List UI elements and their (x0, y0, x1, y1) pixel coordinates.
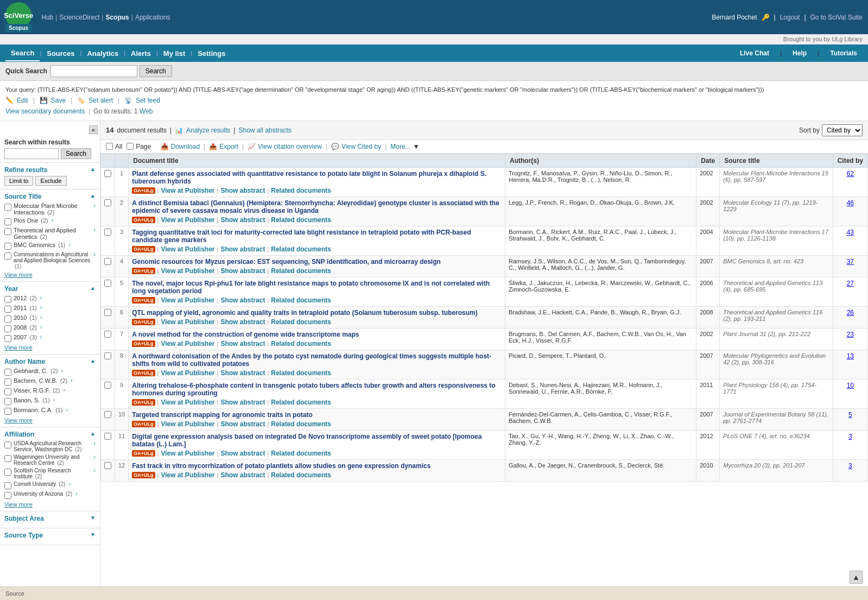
show-all-abstracts-link[interactable]: Show all abstracts (238, 127, 291, 134)
nav-alerts[interactable]: Alerts (125, 46, 156, 61)
source-view-more[interactable]: View more (4, 271, 96, 278)
doc-link[interactable]: View at Publisher (161, 318, 214, 326)
cited-count-link[interactable]: 10 (847, 382, 854, 389)
year-2010[interactable] (4, 315, 11, 323)
scival-link[interactable]: Go to SciVal Suite (810, 14, 863, 21)
doc-link[interactable]: Show abstract (220, 471, 265, 479)
search-within-input[interactable] (4, 148, 59, 159)
filter-checkbox-plos[interactable] (4, 218, 11, 225)
row-checkbox[interactable] (104, 382, 111, 389)
doc-link[interactable]: Related documents (271, 340, 331, 348)
cited-count-link[interactable]: 27 (847, 280, 854, 287)
save-link[interactable]: Save (51, 97, 66, 104)
limit-to-button[interactable]: Limit to (4, 176, 33, 186)
filter-arrow[interactable]: › (40, 295, 42, 301)
filter-arrow[interactable]: › (94, 454, 96, 460)
doc-title-link[interactable]: Genomic resources for Myzus persicae: ES… (132, 258, 441, 266)
author-bormann[interactable] (4, 408, 11, 415)
doc-title-link[interactable]: QTL mapping of yield, agronomic and qual… (132, 309, 477, 317)
row-checkbox[interactable] (104, 258, 111, 265)
filter-checkbox-mpm[interactable] (4, 204, 11, 211)
filter-arrow[interactable]: › (68, 481, 70, 487)
row-checkbox[interactable] (104, 352, 111, 359)
affil-arizona[interactable] (4, 492, 11, 499)
filter-checkbox-tag[interactable] (4, 228, 11, 235)
doc-link[interactable]: View at Publisher (161, 450, 214, 457)
quick-search-button[interactable]: Search (140, 65, 172, 77)
filter-arrow[interactable]: › (94, 203, 96, 209)
filter-arrow[interactable]: › (40, 324, 42, 330)
doc-link[interactable]: Show abstract (220, 245, 265, 253)
cited-count-link[interactable]: 5 (848, 411, 852, 419)
doc-title-link[interactable]: A distinct Bemisia tabaci (Gennaius) (He… (132, 199, 499, 214)
source-type-chevron[interactable]: ▼ (90, 532, 96, 539)
cited-count-link[interactable]: 13 (847, 352, 854, 360)
doc-link[interactable]: Show abstract (220, 267, 265, 275)
doc-link[interactable]: Related documents (271, 450, 331, 457)
analyze-results-link[interactable]: Analyze results (186, 127, 230, 134)
filter-arrow[interactable]: › (66, 407, 68, 413)
doc-title-link[interactable]: Digital gene expression analysis based o… (132, 433, 481, 448)
secondary-docs-link[interactable]: View secondary documents (5, 108, 85, 115)
source-title-chevron[interactable]: ▲ (90, 193, 96, 200)
doc-link[interactable]: Show abstract (220, 450, 265, 457)
nav-sources[interactable]: Sources (41, 46, 80, 61)
row-checkbox[interactable] (104, 433, 111, 440)
cited-count-link[interactable]: 62 (847, 170, 854, 178)
edit-link[interactable]: Edit (17, 97, 28, 104)
filter-arrow[interactable]: › (40, 314, 42, 320)
doc-title-link[interactable]: A northward colonisation of the Andes by… (132, 352, 491, 368)
affil-usda[interactable] (4, 441, 11, 449)
row-checkbox[interactable] (104, 199, 111, 206)
tutorials-link[interactable]: Tutorials (825, 46, 863, 60)
doc-link[interactable]: View at Publisher (161, 471, 214, 479)
filter-arrow[interactable]: › (40, 334, 42, 340)
doc-link[interactable]: Show abstract (220, 369, 265, 377)
doc-link[interactable]: Related documents (271, 471, 331, 479)
set-alert-link[interactable]: Set alert (88, 97, 113, 104)
doc-link[interactable]: Related documents (271, 420, 331, 428)
author-gebhardt[interactable] (4, 369, 11, 376)
doc-title-link[interactable]: Fast track in vitro mycorrhization of po… (132, 462, 430, 470)
filter-arrow[interactable]: › (52, 217, 53, 223)
cited-count-link[interactable]: 26 (847, 309, 854, 317)
doc-link[interactable]: Related documents (271, 187, 331, 194)
doc-link[interactable]: Related documents (271, 369, 331, 377)
subject-chevron[interactable]: ▼ (90, 515, 96, 522)
row-checkbox[interactable] (104, 229, 111, 236)
doc-link[interactable]: View at Publisher (161, 187, 214, 194)
cited-count-link[interactable]: 37 (847, 258, 854, 266)
refine-chevron[interactable]: ▲ (90, 166, 96, 174)
year-2012[interactable] (4, 296, 11, 303)
filter-arrow[interactable]: › (69, 242, 71, 248)
more-button[interactable]: More... (390, 143, 410, 150)
affiliation-chevron[interactable]: ▲ (90, 431, 96, 438)
doc-title-link[interactable]: Targeted transcript mapping for agronomi… (132, 411, 312, 419)
doc-link[interactable]: View at Publisher (161, 296, 214, 304)
year-2011[interactable] (4, 306, 11, 313)
doc-title-link[interactable]: The novel, major locus Rpi-phu1 for late… (132, 280, 490, 295)
set-feed-link[interactable]: Set feed (136, 97, 160, 104)
affil-cornell[interactable] (4, 482, 11, 489)
year-chevron[interactable]: ▲ (90, 285, 96, 293)
cited-count-link[interactable]: 43 (847, 229, 854, 236)
scopus-link[interactable]: Scopus (105, 14, 129, 21)
row-checkbox[interactable] (104, 309, 111, 316)
filter-arrow[interactable]: › (94, 227, 96, 233)
author-bachem[interactable] (4, 378, 11, 386)
row-checkbox[interactable] (104, 280, 111, 287)
doc-link[interactable]: Related documents (271, 296, 331, 304)
cited-count-link[interactable]: 23 (847, 331, 854, 338)
affil-view-more[interactable]: View more (4, 501, 96, 508)
doc-link[interactable]: Related documents (271, 245, 331, 253)
doc-title-link[interactable]: A novel method for the construction of g… (132, 331, 359, 338)
affil-wagen[interactable] (4, 455, 11, 462)
live-chat-link[interactable]: Live Chat (734, 46, 775, 60)
filter-arrow[interactable]: › (71, 377, 72, 383)
doc-link[interactable]: Show abstract (220, 420, 265, 428)
doc-link[interactable]: Related documents (271, 318, 331, 326)
collapse-button[interactable]: « (89, 125, 98, 134)
doc-title-link[interactable]: Tagging quantitative trait loci for matu… (132, 229, 471, 244)
row-checkbox[interactable] (104, 170, 111, 177)
logout-link[interactable]: Logout (780, 14, 800, 21)
